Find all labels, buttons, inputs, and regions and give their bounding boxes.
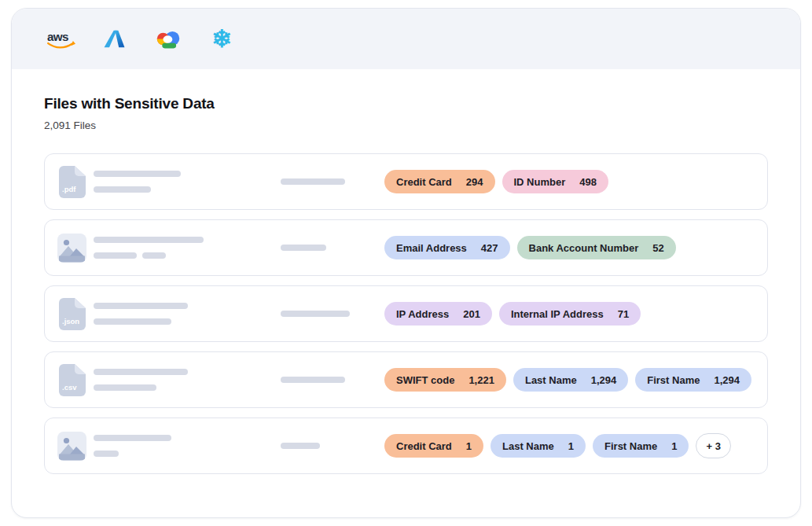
tag-label: Credit Card [396, 176, 452, 188]
tag-count: 1 [671, 440, 677, 452]
tag-label: Last Name [525, 374, 577, 386]
sensitive-data-tag: Last Name1,294 [513, 368, 628, 392]
aws-smile-arrow-icon [48, 43, 72, 47]
pdf-file-icon: .pdf [57, 165, 86, 198]
tag-count: 498 [579, 176, 597, 188]
file-row[interactable]: .json IP Address201Internal IP Address71 [44, 285, 768, 342]
gcloud-center-icon [163, 35, 172, 43]
tag-label: Credit Card [396, 440, 452, 452]
tag-count: 71 [618, 308, 629, 320]
skeleton-bar [94, 303, 188, 309]
skeleton-bar [281, 377, 345, 383]
tag-label: First Name [647, 374, 700, 386]
sensitive-data-tag: SWIFT code1,221 [384, 368, 506, 392]
tag-count: 1,294 [714, 374, 740, 386]
tag-label: Internal IP Address [511, 308, 604, 320]
azure-a-right-icon [115, 31, 124, 48]
tag-label: + 3 [706, 440, 720, 452]
content-area: Files with Sensitive Data 2,091 Files .p… [12, 69, 800, 474]
sensitive-data-tag: Bank Account Number52 [517, 236, 676, 259]
json-file-icon: .json [57, 297, 86, 330]
tag-label: Email Address [396, 242, 467, 254]
sensitive-data-tags: Email Address427Bank Account Number52 [384, 236, 676, 259]
sensitive-data-tag: Last Name1 [491, 434, 586, 458]
sensitive-data-tags: IP Address201Internal IP Address71 [384, 302, 641, 326]
tag-count: 1 [568, 440, 574, 452]
redacted-file-name [94, 303, 281, 325]
gcloud-green-icon [162, 43, 176, 49]
sensitive-data-tag: Credit Card294 [384, 170, 495, 193]
image-file-icon [57, 231, 86, 264]
skeleton-bar [281, 443, 320, 449]
tag-count: 427 [481, 242, 498, 254]
dashboard-card: aws [11, 8, 801, 518]
image-file-icon [57, 429, 86, 462]
svg-text:.csv: .csv [62, 383, 77, 392]
skeleton-bar [142, 252, 166, 259]
skeleton-bar [94, 186, 151, 193]
tag-label: ID Number [514, 176, 566, 188]
tag-count: 1,221 [468, 374, 494, 386]
snowflake-logo: ❄ [211, 27, 232, 51]
file-row[interactable]: Credit Card1Last Name1First Name1+ 3 [44, 417, 768, 474]
aws-wordmark: aws [47, 29, 68, 42]
tag-count: 201 [463, 308, 480, 320]
sensitive-data-tag: Credit Card1 [384, 434, 483, 458]
file-row[interactable]: Email Address427Bank Account Number52 [44, 219, 768, 276]
tag-label: Bank Account Number [529, 242, 639, 254]
sensitive-data-tag: IP Address201 [384, 302, 492, 326]
tag-count: 52 [652, 242, 663, 254]
file-count: 2,091 Files [44, 120, 768, 131]
tag-count: 294 [466, 176, 483, 188]
skeleton-bar [281, 245, 326, 251]
redacted-file-name [94, 435, 281, 457]
tag-label: IP Address [396, 308, 449, 320]
skeleton-bar [94, 451, 119, 457]
sensitive-data-tag: Email Address427 [384, 236, 510, 259]
skeleton-bar [94, 318, 171, 325]
tag-label: First Name [604, 440, 657, 452]
svg-text:.pdf: .pdf [62, 185, 76, 193]
sensitive-data-tag: First Name1 [593, 434, 689, 458]
file-list: .pdf Credit Card294ID Number498 Email Ad… [44, 153, 768, 474]
csv-file-icon: .csv [57, 363, 86, 396]
skeleton-bar [94, 171, 181, 177]
tag-label: SWIFT code [396, 374, 454, 386]
page-title: Files with Sensitive Data [44, 95, 768, 112]
skeleton-bar [94, 237, 204, 243]
sensitive-data-tag: First Name1,294 [635, 368, 751, 392]
more-tags-chip[interactable]: + 3 [696, 433, 730, 458]
azure-a-left-icon [105, 31, 117, 48]
tag-count: 1,294 [591, 374, 617, 386]
sensitive-data-tag: Internal IP Address71 [499, 302, 641, 326]
cloud-providers-bar: aws [12, 9, 800, 69]
sensitive-data-tags: Credit Card1Last Name1First Name1+ 3 [384, 433, 731, 458]
skeleton-bar [94, 252, 137, 259]
google-cloud-logo [153, 28, 183, 50]
skeleton-bar [281, 178, 345, 185]
sensitive-data-tags: SWIFT code1,221Last Name1,294First Name1… [384, 368, 751, 392]
redacted-file-name [94, 171, 281, 193]
sensitive-data-tags: Credit Card294ID Number498 [384, 170, 608, 193]
skeleton-bar [94, 435, 171, 441]
aws-logo: aws [46, 28, 75, 50]
svg-text:.json: .json [62, 317, 79, 326]
skeleton-bar [281, 311, 350, 317]
tag-count: 1 [466, 440, 472, 452]
skeleton-bar [94, 369, 188, 375]
redacted-file-name [94, 237, 281, 259]
azure-logo [104, 28, 125, 50]
tag-label: Last Name [502, 440, 554, 452]
skeleton-bar [94, 384, 156, 391]
file-row[interactable]: .pdf Credit Card294ID Number498 [44, 153, 768, 210]
file-row[interactable]: .csv SWIFT code1,221Last Name1,294First … [44, 351, 768, 408]
redacted-file-name [94, 369, 281, 391]
sensitive-data-tag: ID Number498 [502, 170, 608, 193]
